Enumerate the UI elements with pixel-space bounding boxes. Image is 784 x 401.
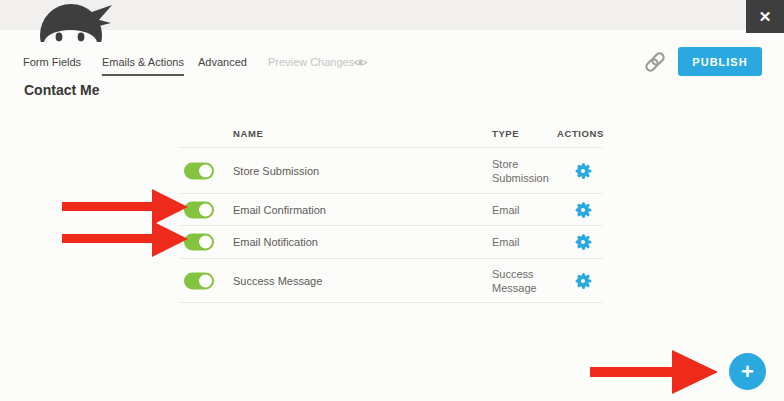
tab-advanced[interactable]: Advanced	[198, 55, 247, 74]
plus-icon: +	[741, 359, 754, 384]
action-type: Email	[492, 202, 554, 216]
tab-label: Form Fields	[23, 55, 81, 74]
toggle-switch[interactable]	[184, 201, 214, 218]
toggle-knob	[199, 274, 212, 287]
tab-label: Preview Changes	[268, 55, 354, 74]
action-type: Email	[492, 235, 554, 249]
close-icon: ✕	[759, 8, 772, 26]
form-builder-window: ✕ Form Fields Emails & Actions Advanced …	[0, 0, 784, 401]
annotation-arrow-email-confirmation	[62, 189, 188, 225]
action-name: Email Notification	[233, 236, 318, 248]
toggle-knob	[199, 236, 212, 249]
publish-button[interactable]: PUBLISH	[678, 47, 762, 76]
toggle-knob	[199, 164, 212, 177]
annotation-arrow-add-action	[590, 350, 718, 394]
action-type: Store Submission	[492, 156, 554, 185]
table-header-row: NAME TYPE ACTIONS	[180, 124, 603, 147]
gear-icon[interactable]	[575, 234, 591, 250]
column-header-name: NAME	[233, 128, 263, 139]
toggle-knob	[199, 203, 212, 216]
ninja-forms-logo-icon	[38, 2, 118, 42]
gear-icon[interactable]	[575, 163, 591, 179]
action-name: Success Message	[233, 275, 322, 287]
close-button[interactable]: ✕	[746, 0, 784, 33]
table-row-success-message: Success Message Success Message	[180, 258, 603, 303]
actions-table: NAME TYPE ACTIONS Store Submission Store…	[180, 124, 603, 303]
table-row-email-notification: Email Notification Email	[180, 225, 603, 258]
toggle-switch[interactable]	[184, 162, 214, 179]
tab-form-fields[interactable]: Form Fields	[23, 55, 81, 74]
table-row-email-confirmation: Email Confirmation Email	[180, 193, 603, 225]
column-header-actions: ACTIONS	[557, 128, 604, 139]
annotation-arrow-email-notification	[62, 221, 188, 257]
action-name: Store Submission	[233, 165, 319, 177]
gear-icon[interactable]	[575, 273, 591, 289]
eye-icon	[353, 57, 368, 71]
tab-preview-changes[interactable]: Preview Changes	[268, 55, 354, 74]
share-link-button[interactable]	[643, 50, 667, 74]
action-name: Email Confirmation	[233, 204, 326, 216]
toggle-switch[interactable]	[184, 234, 214, 251]
gear-icon[interactable]	[575, 202, 591, 218]
add-action-button[interactable]: +	[729, 353, 766, 390]
action-type: Success Message	[492, 266, 554, 295]
column-header-type: TYPE	[492, 128, 519, 139]
form-title: Contact Me	[24, 82, 99, 98]
tab-label: Emails & Actions	[102, 55, 184, 76]
tab-emails-and-actions[interactable]: Emails & Actions	[102, 55, 184, 76]
table-row-store-submission: Store Submission Store Submission	[180, 147, 603, 193]
tab-label: Advanced	[198, 55, 247, 74]
toggle-switch[interactable]	[184, 272, 214, 289]
chain-link-icon	[643, 62, 667, 77]
